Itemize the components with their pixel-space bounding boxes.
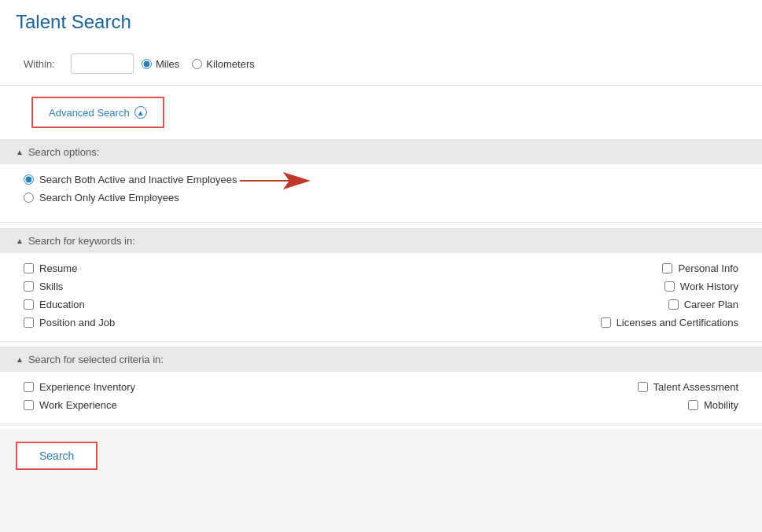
within-label: Within:: [24, 58, 63, 70]
keywords-header: ▲ Search for keywords in:: [0, 229, 762, 253]
criteria-panel: ▲ Search for selected criteria in: Exper…: [0, 347, 762, 424]
work-experience-checkbox[interactable]: [24, 400, 34, 410]
keyword-work-history[interactable]: Work History: [664, 281, 738, 292]
option-both-employees: Search Both Active and Inactive Employee…: [24, 174, 738, 185]
career-plan-checkbox[interactable]: [668, 299, 679, 310]
criteria-talent-assessment[interactable]: Talent Assessment: [638, 381, 738, 393]
keyword-personal-info[interactable]: Personal Info: [662, 262, 738, 274]
advanced-search-label: Advanced Search: [49, 107, 130, 119]
search-button-wrap: Search: [16, 442, 98, 470]
keyword-skills[interactable]: Skills: [24, 281, 381, 292]
miles-radio-label[interactable]: Miles: [142, 58, 179, 70]
position-job-checkbox[interactable]: [24, 317, 34, 328]
criteria-header: ▲ Search for selected criteria in:: [0, 347, 762, 372]
both-employees-radio[interactable]: [24, 174, 34, 185]
licenses-certs-checkbox[interactable]: [601, 317, 611, 328]
mobility-checkbox[interactable]: [688, 400, 698, 410]
keyword-education[interactable]: Education: [24, 299, 381, 310]
kilometers-radio-label[interactable]: Kilometers: [192, 58, 254, 70]
advanced-search-bar[interactable]: Advanced Search ▲: [31, 97, 164, 128]
active-employees-radio[interactable]: [24, 193, 34, 203]
experience-inventory-checkbox[interactable]: [24, 382, 34, 392]
miles-radio[interactable]: [142, 59, 152, 69]
personal-info-checkbox[interactable]: [662, 263, 672, 273]
search-options-triangle: ▲: [16, 148, 24, 156]
keyword-career-plan[interactable]: Career Plan: [668, 299, 738, 310]
keywords-left: Resume Skills Education Position and Job: [24, 262, 381, 328]
page-title: Talent Search: [0, 0, 762, 41]
bottom-section: Search: [0, 429, 762, 486]
criteria-left: Experience Inventory Work Experience: [24, 381, 381, 411]
keyword-licenses-certs[interactable]: Licenses and Certifications: [601, 317, 738, 328]
keyword-resume[interactable]: Resume: [24, 262, 381, 274]
kilometers-radio[interactable]: [192, 59, 202, 69]
option-active-employees: Search Only Active Employees: [24, 192, 738, 204]
keyword-position-job[interactable]: Position and Job: [24, 317, 381, 328]
criteria-mobility[interactable]: Mobility: [688, 399, 738, 411]
advanced-search-icon: ▲: [134, 106, 147, 119]
keywords-right: Personal Info Work History Career Plan L…: [381, 262, 739, 328]
red-arrow-indicator: [240, 172, 311, 189]
criteria-triangle: ▲: [16, 355, 24, 364]
search-button[interactable]: Search: [17, 443, 96, 468]
resume-checkbox[interactable]: [24, 263, 34, 273]
search-options-header: ▲ Search options:: [0, 140, 762, 164]
skills-checkbox[interactable]: [24, 281, 34, 292]
talent-assessment-checkbox[interactable]: [638, 382, 648, 392]
keywords-panel: ▲ Search for keywords in: Resume Skills: [0, 228, 762, 342]
within-input[interactable]: [71, 53, 134, 74]
svg-marker-0: [240, 172, 311, 189]
work-history-checkbox[interactable]: [664, 281, 675, 292]
criteria-experience-inventory[interactable]: Experience Inventory: [24, 381, 381, 393]
criteria-work-experience[interactable]: Work Experience: [24, 399, 381, 411]
criteria-right: Talent Assessment Mobility: [381, 381, 739, 411]
education-checkbox[interactable]: [24, 299, 34, 310]
search-options-panel: ▲ Search options: Search Both Active and…: [0, 139, 762, 223]
keywords-triangle: ▲: [16, 237, 24, 245]
